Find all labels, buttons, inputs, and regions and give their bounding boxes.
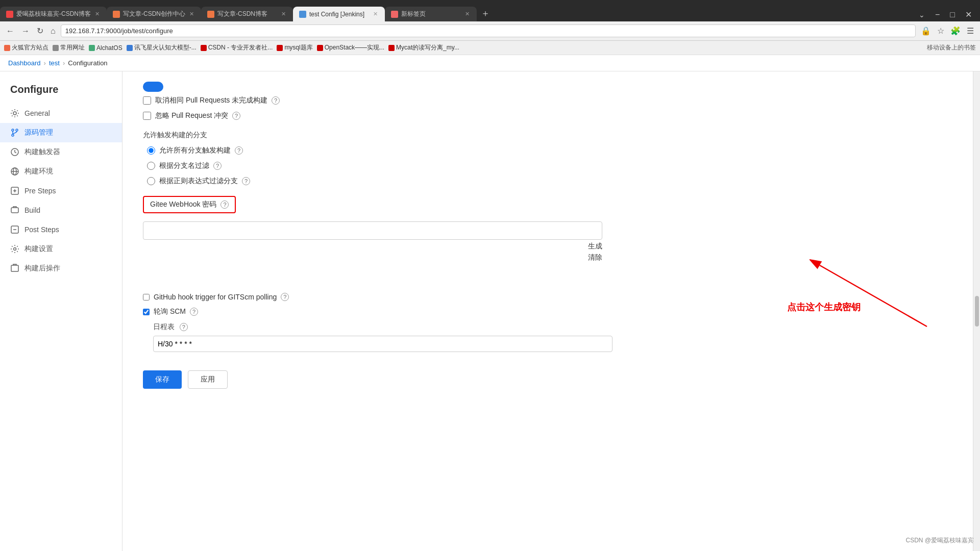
ignore-pr-checkbox[interactable] [143,112,151,120]
box-icon [10,264,19,273]
all-branches-help-icon[interactable]: ? [235,146,243,155]
sidebar-item-source-control[interactable]: 源码管理 [0,123,122,142]
sidebar-label-pre-steps: Pre Steps [24,187,56,195]
branch-triggers-section: 允许触发构建的分支 允许所有分支触发构建 ? 根据分支名过滤 ? 根据正则 [143,131,952,186]
back-button[interactable]: ← [4,24,16,38]
webhook-password-input[interactable] [143,221,602,240]
tab-1[interactable]: 爱喝荔枝味嘉宾-CSDN博客 ✕ [0,7,107,21]
filter-name-radio[interactable] [147,162,155,170]
settings-icon [10,244,19,254]
webhook-help-icon[interactable]: ? [220,201,229,209]
sidebar: Configure General 源码管理 构建触发器 [0,71,122,551]
right-scrollbar[interactable] [973,71,980,551]
github-hook-label: GitHub hook trigger for GITScm polling [154,293,277,301]
sidebar-item-build-settings[interactable]: 构建设置 [0,239,122,259]
breadcrumb-current: Configuration [68,59,107,67]
filter-regex-label: 根据正则表达式过滤分支 [159,177,238,186]
schedule-label: 日程表 [153,322,175,331]
bookmark-xunfei[interactable]: 讯飞星火认知大模型-... [127,43,197,52]
footer-buttons: 保存 应用 [143,362,952,397]
bookmark-mysql[interactable]: mysql题库 [277,43,312,52]
reload-button[interactable]: ↻ [35,24,45,38]
radio-group: 允许所有分支触发构建 ? 根据分支名过滤 ? 根据正则表达式过滤分支 ? [147,146,952,186]
sidebar-item-build[interactable]: Build [0,201,122,220]
sidebar-item-build-env[interactable]: 构建环境 [0,162,122,181]
tab-2[interactable]: 写文章-CSDN创作中心 ✕ [107,7,201,21]
tab-favicon-3 [207,11,214,18]
new-tab-button[interactable]: ＋ [477,5,494,21]
radio-all-branches: 允许所有分支触发构建 ? [147,146,952,155]
schedule-input[interactable] [153,336,612,352]
clear-button[interactable]: 清除 [588,253,602,262]
tab-title-3: 写文章-CSDN博客 [217,10,277,18]
home-button[interactable]: ⌂ [48,24,58,38]
sidebar-title: Configure [0,80,122,104]
maximize-button[interactable]: □ [946,8,959,21]
github-hook-checkbox[interactable] [143,294,150,300]
filter-regex-help-icon[interactable]: ? [242,177,250,185]
scm-checkbox[interactable] [143,309,150,315]
svg-point-3 [16,129,18,131]
forward-button[interactable]: → [19,24,32,38]
webhook-box[interactable]: Gitee WebHook 密码 ? [143,196,236,213]
cancel-pr-checkbox[interactable] [143,96,151,105]
tab-title-5: 新标签页 [401,10,461,18]
tab-overflow-button[interactable]: ⌄ [915,9,929,21]
tab-4[interactable]: test Config [Jenkins] ✕ [293,7,385,21]
svg-point-1 [12,129,14,131]
breadcrumb-dashboard[interactable]: Dashboard [8,59,41,67]
tab-close-1[interactable]: ✕ [94,10,101,18]
ignore-pr-help-icon[interactable]: ? [232,112,240,120]
shield-icon[interactable]: 🔒 [919,24,933,38]
tab-3[interactable]: 写文章-CSDN博客 ✕ [201,7,293,21]
checkbox-cancel-pr: 取消相同 Pull Requests 未完成构建 ? [143,96,952,105]
scm-help-icon[interactable]: ? [190,308,198,316]
breadcrumb-test[interactable]: test [49,59,60,67]
generate-button[interactable]: 生成 [588,242,602,251]
filter-name-label: 根据分支名过滤 [159,161,209,170]
bookmark-fire[interactable]: 火狐官方站点 [4,43,48,52]
filter-name-help-icon[interactable]: ? [213,162,222,170]
address-input[interactable] [61,24,916,37]
filter-regex-radio[interactable] [147,177,155,185]
tab-close-5[interactable]: ✕ [464,10,471,18]
save-button[interactable]: 保存 [143,370,182,389]
github-section: GitHub hook trigger for GITScm polling ?… [143,293,952,352]
github-hook-help-icon[interactable]: ? [281,293,289,301]
tab-favicon-2 [113,11,120,18]
bookmarks-bar: 火狐官方站点 常用网址 AlchatOS 讯飞星火认知大模型-... CSDN … [0,41,980,55]
all-branches-radio[interactable] [147,146,155,155]
sidebar-item-post-build[interactable]: 构建后操作 [0,259,122,278]
build-icon [10,206,19,215]
minimize-button[interactable]: − [931,8,944,21]
bookmark-csdn1[interactable]: CSDN - 专业开发者社... [201,43,273,52]
bookmark-icon-mycat [388,45,395,51]
menu-button[interactable]: ☰ [965,24,976,38]
tab-close-3[interactable]: ✕ [280,10,287,18]
apply-button[interactable]: 应用 [188,370,228,389]
bookmark-icon-xunfei [127,45,133,51]
bookmark-common[interactable]: 常用网址 [53,43,85,52]
star-button[interactable]: ☆ [935,24,946,38]
gear-icon [10,109,19,118]
tab-5[interactable]: 新标签页 ✕ [385,7,477,21]
sidebar-item-post-steps[interactable]: Post Steps [0,220,122,239]
sidebar-item-pre-steps[interactable]: Pre Steps [0,181,122,201]
sidebar-label-trigger: 构建触发器 [24,147,60,157]
schedule-help-icon[interactable]: ? [180,323,188,331]
scm-row: 轮询 SCM ? [143,307,952,316]
clock-icon [10,147,19,157]
sidebar-item-general[interactable]: General [0,104,122,123]
tab-title-1: 爱喝荔枝味嘉宾-CSDN博客 [16,10,91,18]
extensions-button[interactable]: 🧩 [948,24,963,38]
close-window-button[interactable]: ✕ [961,8,976,21]
bookmark-alchat[interactable]: AlchatOS [89,44,122,52]
sidebar-item-build-trigger[interactable]: 构建触发器 [0,142,122,162]
allow-branches-label: 允许触发构建的分支 [143,131,952,140]
bookmark-openstack[interactable]: OpenStack——实现... [317,43,384,52]
tab-close-2[interactable]: ✕ [188,10,195,18]
cancel-pr-help-icon[interactable]: ? [272,96,280,105]
mobile-bookmark[interactable]: 移动设备上的书签 [927,43,976,52]
bookmark-mycat[interactable]: Mycat的读写分离_my... [388,43,459,52]
tab-close-4[interactable]: ✕ [372,10,379,18]
